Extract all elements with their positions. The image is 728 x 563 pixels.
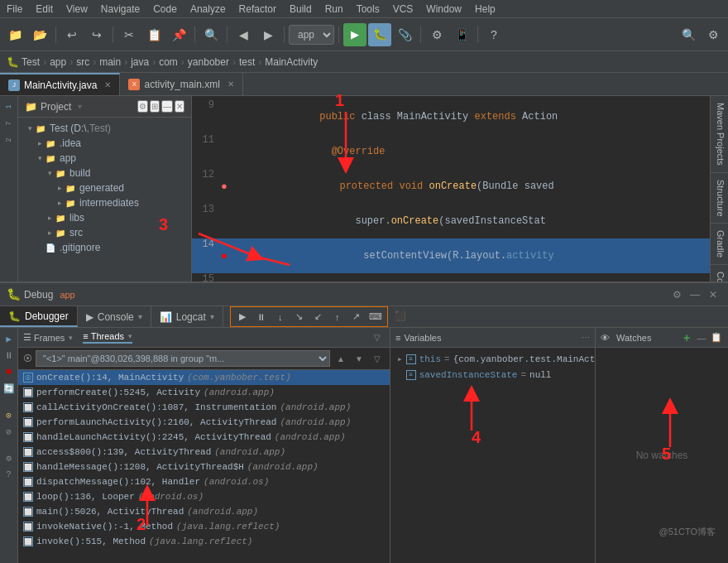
- debug-mute-btn[interactable]: ⊘: [2, 424, 17, 439]
- frame-item-2[interactable]: ⬜ callActivityOnCreate():1087, Instrumen…: [18, 400, 390, 415]
- tree-item-libs[interactable]: ▸ 📁 libs: [18, 210, 191, 225]
- cut-btn[interactable]: ✂: [117, 23, 141, 46]
- console-dropdown[interactable]: ▾: [138, 312, 142, 321]
- thread-up-btn[interactable]: ▲: [333, 351, 348, 366]
- frames-tab[interactable]: ☰ Frames ▾: [23, 332, 73, 343]
- menu-item-window[interactable]: Window: [419, 2, 468, 17]
- sdk-manager-btn[interactable]: ⚙: [425, 23, 448, 46]
- back-btn[interactable]: ◀: [232, 23, 255, 46]
- tree-item-src[interactable]: ▸ 📁 src: [18, 225, 191, 240]
- thread-filter-btn[interactable]: ▽: [370, 351, 385, 366]
- frame-item-4[interactable]: ⬜ handleLaunchActivity():2245, ActivityT…: [18, 430, 390, 445]
- threads-dropdown[interactable]: ▾: [128, 332, 132, 340]
- debug-breakpoints-btn[interactable]: ⊙: [2, 407, 17, 422]
- settings-btn[interactable]: ⚙: [702, 23, 725, 46]
- panel-collapse-btn[interactable]: —: [161, 100, 173, 113]
- remove-watch-btn[interactable]: —: [695, 331, 708, 344]
- debug-settings-btn[interactable]: ⚙: [668, 286, 685, 303]
- menu-item-run[interactable]: Run: [318, 2, 350, 17]
- force-step-into-btn[interactable]: ↙: [309, 308, 328, 326]
- menu-item-build[interactable]: Build: [283, 2, 318, 17]
- menu-item-vcs[interactable]: VCS: [386, 2, 420, 17]
- logcat-tab[interactable]: 📊 Logcat ▾: [151, 306, 223, 327]
- menu-item-file[interactable]: File: [0, 2, 29, 17]
- project-tool-btn[interactable]: 1: [2, 99, 17, 114]
- tab-close-java[interactable]: ✕: [104, 80, 111, 89]
- var-item-savedinstancestate[interactable]: ▸ ≡ savedInstanceState = null: [390, 367, 595, 383]
- menu-item-analyze[interactable]: Analyze: [184, 2, 232, 17]
- panel-settings-btn[interactable]: ⚙: [137, 100, 148, 113]
- panel-dropdown-icon[interactable]: ▾: [78, 102, 82, 111]
- var-item-this[interactable]: ▸ ≡ this = {com.yanbober.test.MainActivi…: [390, 351, 595, 367]
- debug-pause-strip-btn[interactable]: ⏸: [2, 348, 17, 363]
- search-everywhere-btn[interactable]: 🔍: [677, 23, 700, 46]
- run-to-cursor-btn[interactable]: ↗: [347, 308, 366, 326]
- frame-item-1[interactable]: ⬜ performCreate():5245, Activity (androi…: [18, 385, 390, 400]
- tab-mainactivity-java[interactable]: J MainActivity.java ✕: [0, 73, 120, 95]
- variables-menu-btn[interactable]: ⋯: [582, 333, 590, 342]
- tree-item-intermediates[interactable]: ▸ 📁 intermediates: [18, 195, 191, 210]
- frame-item-7[interactable]: ⬜ dispatchMessage():102, Handler (androi…: [18, 474, 390, 489]
- tab-close-xml[interactable]: ✕: [228, 79, 234, 89]
- debug-rerun-strip-btn[interactable]: 🔄: [2, 381, 17, 396]
- menu-item-tools[interactable]: Tools: [350, 2, 386, 17]
- debug-stop-strip-btn[interactable]: ■: [2, 364, 17, 379]
- app-selector[interactable]: app: [289, 25, 334, 45]
- frame-item-11[interactable]: ⬜ invoke():515, Method (java.lang.reflec…: [18, 534, 390, 549]
- tab-activity-main-xml[interactable]: X activity_main.xml ✕: [120, 73, 242, 95]
- breadcrumb-java[interactable]: java: [131, 56, 149, 68]
- tree-item-build[interactable]: ▾ 📁 build: [18, 166, 191, 180]
- tree-item-app[interactable]: ▾ 📁 app: [18, 151, 191, 166]
- breadcrumb-yanbober[interactable]: yanbober: [188, 56, 229, 68]
- tree-item-generated[interactable]: ▸ 📁 generated: [18, 180, 191, 195]
- step-over-btn[interactable]: ↓: [271, 308, 290, 326]
- restore-breakpoints-btn[interactable]: ⬛: [391, 306, 410, 325]
- undo-btn[interactable]: ↩: [60, 23, 84, 46]
- copy-btn[interactable]: 📋: [142, 23, 165, 46]
- frame-item-10[interactable]: ⬜ invokeNative():-1, Method (java.lang.r…: [18, 519, 390, 534]
- frames-dropdown[interactable]: ▾: [69, 334, 73, 342]
- breadcrumb-main[interactable]: main: [99, 56, 121, 68]
- breadcrumb-app[interactable]: app: [50, 56, 66, 68]
- filter-frames-btn[interactable]: ▽: [370, 330, 385, 345]
- frame-item-9[interactable]: ⬜ main():5026, ActivityThread (android.a…: [18, 504, 390, 519]
- breadcrumb-src[interactable]: src: [76, 56, 89, 68]
- resume-btn[interactable]: ▶: [233, 308, 251, 326]
- menu-item-navigate[interactable]: Navigate: [94, 2, 146, 17]
- menu-item-edit[interactable]: Edit: [29, 2, 60, 17]
- menu-item-code[interactable]: Code: [146, 2, 184, 17]
- run-button[interactable]: ▶: [343, 23, 366, 46]
- tree-item-idea[interactable]: ▸ 📁 .idea: [18, 136, 191, 151]
- paste-btn[interactable]: 📌: [167, 23, 190, 46]
- thread-dropdown[interactable]: "<1>" main"@830,026,398,888 in group "m.…: [36, 350, 330, 367]
- add-watch-btn[interactable]: +: [680, 331, 693, 344]
- panel-close-btn[interactable]: ✕: [175, 100, 184, 113]
- structure-tool-btn[interactable]: 7: [2, 116, 17, 131]
- pause-btn[interactable]: ⏸: [252, 308, 271, 326]
- step-out-btn[interactable]: ↑: [328, 308, 347, 326]
- gradle-tab[interactable]: Gradle: [711, 224, 728, 265]
- debug-close-btn[interactable]: ✕: [705, 286, 721, 303]
- maven-projects-tab[interactable]: Maven Projects: [711, 96, 728, 173]
- frame-item-8[interactable]: ⬜ loop():136, Looper (android.os): [18, 489, 390, 504]
- tree-item-test[interactable]: ▾ 📁 Test (D:\,Test): [18, 121, 191, 136]
- find-btn[interactable]: 🔍: [199, 23, 223, 46]
- help-btn[interactable]: ?: [482, 23, 505, 46]
- attach-debugger-btn[interactable]: 📎: [393, 23, 416, 46]
- menu-item-refactor[interactable]: Refactor: [232, 2, 283, 17]
- frame-item-5[interactable]: ⬜ access$800():139, ActivityThread (andr…: [18, 445, 390, 460]
- debug-settings-strip-btn[interactable]: ⚙: [2, 450, 17, 465]
- threads-tab[interactable]: ≡ Threads ▾: [83, 331, 132, 344]
- copy-watch-btn[interactable]: 📋: [710, 331, 723, 344]
- breadcrumb-test[interactable]: 🐛 Test: [7, 56, 40, 68]
- debug-minimize-btn[interactable]: —: [687, 286, 703, 303]
- debug-help-strip-btn[interactable]: ?: [2, 467, 17, 482]
- favorites-tool-btn[interactable]: 2: [2, 132, 17, 147]
- breadcrumb-test2[interactable]: test: [239, 56, 255, 68]
- panel-expand-btn[interactable]: ⊞: [150, 100, 160, 113]
- new-project-btn[interactable]: 📁: [3, 23, 26, 46]
- tree-item-gitignore[interactable]: ▸ 📄 .gitignore: [18, 240, 191, 255]
- structure-tab[interactable]: Structure: [711, 173, 728, 224]
- open-btn[interactable]: 📂: [28, 23, 51, 46]
- menu-item-help[interactable]: Help: [468, 2, 502, 17]
